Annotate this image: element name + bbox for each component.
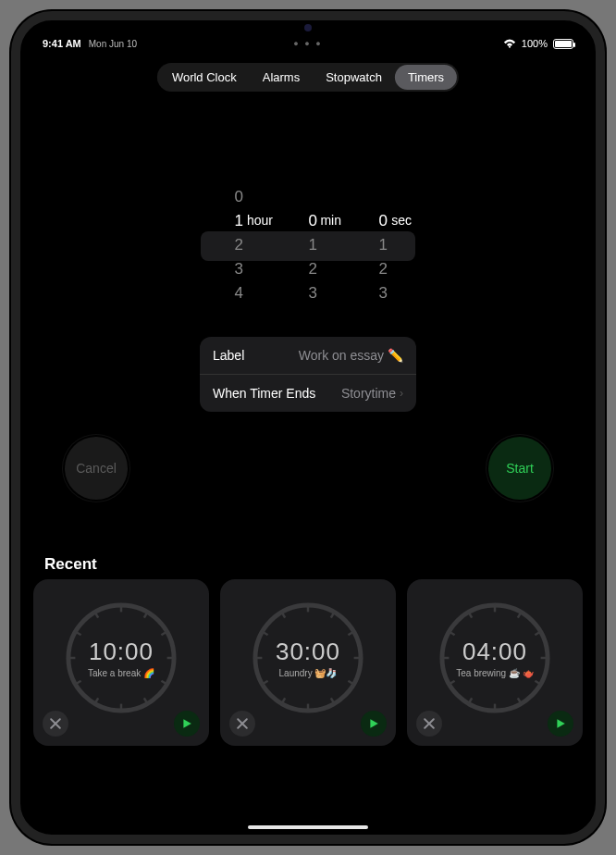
recent-card[interactable]: 10:00 Take a break 🌈 [33,579,209,746]
ipad-screen: 9:41 AM Mon Jun 10 100% ● ● ● World Cloc… [11,11,605,844]
picker-minutes-unit: min [320,213,341,228]
play-button[interactable] [361,711,387,737]
tab-world-clock[interactable]: World Clock [159,65,250,90]
duration-picker[interactable]: 0 1 2 3 4 hour 0 1 2 3 min 0 [201,185,415,305]
status-date: Mon Jun 10 [89,39,137,49]
row-label-key: Label [213,348,244,363]
row-ends-value: Storytime [341,386,396,401]
delete-button[interactable] [43,711,68,737]
play-button[interactable] [174,711,200,737]
row-ends-key: When Timer Ends [213,386,315,401]
recent-card[interactable]: 04:00 Tea brewing ☕️ 🫖 [407,579,583,746]
cancel-button[interactable]: Cancel [65,437,128,500]
recent-caption: Take a break 🌈 [88,668,154,678]
chevron-right-icon: › [400,387,403,400]
row-label[interactable]: Label Work on essay ✏️ [200,337,416,374]
row-when-timer-ends[interactable]: When Timer Ends Storytime › [200,374,416,412]
tab-alarms[interactable]: Alarms [250,65,313,90]
row-label-value: Work on essay ✏️ [299,348,403,363]
tab-stopwatch[interactable]: Stopwatch [313,65,395,90]
picker-hours-unit: hour [247,213,273,228]
segmented-nav: World Clock Alarms Stopwatch Timers [157,63,459,92]
status-time: 9:41 AM [43,38,81,49]
picker-seconds[interactable]: 0 1 2 3 sec [345,185,415,305]
multitask-indicator[interactable]: ● ● ● [293,39,322,48]
recent-time: 04:00 [462,638,527,666]
picker-seconds-unit: sec [391,213,412,228]
front-camera [304,24,312,31]
timer-dial: 30:00 Laundry 🧺🧦 [251,601,365,715]
recent-list: 10:00 Take a break 🌈 [33,579,583,746]
recent-caption: Tea brewing ☕️ 🫖 [456,668,533,678]
recent-time: 10:00 [89,638,154,666]
delete-button[interactable] [229,711,255,737]
wifi-icon [503,39,516,48]
play-button[interactable] [548,711,573,737]
start-button[interactable]: Start [488,437,551,500]
delete-button[interactable] [416,711,442,737]
battery-icon [553,39,573,49]
recent-time: 30:00 [276,638,340,666]
picker-hours[interactable]: 0 1 2 3 4 hour [201,185,275,305]
tab-timers[interactable]: Timers [395,65,457,90]
recent-header: Recent [44,555,97,574]
timer-dial: 10:00 Take a break 🌈 [64,601,179,715]
timer-settings: Label Work on essay ✏️ When Timer Ends S… [200,337,416,412]
battery-percent: 100% [522,38,548,49]
home-indicator[interactable] [248,825,368,829]
recent-caption: Laundry 🧺🧦 [279,668,338,678]
recent-card[interactable]: 30:00 Laundry 🧺🧦 [220,579,396,746]
timer-dial: 04:00 Tea brewing ☕️ 🫖 [437,601,552,715]
picker-minutes[interactable]: 0 1 2 3 min [275,185,345,305]
